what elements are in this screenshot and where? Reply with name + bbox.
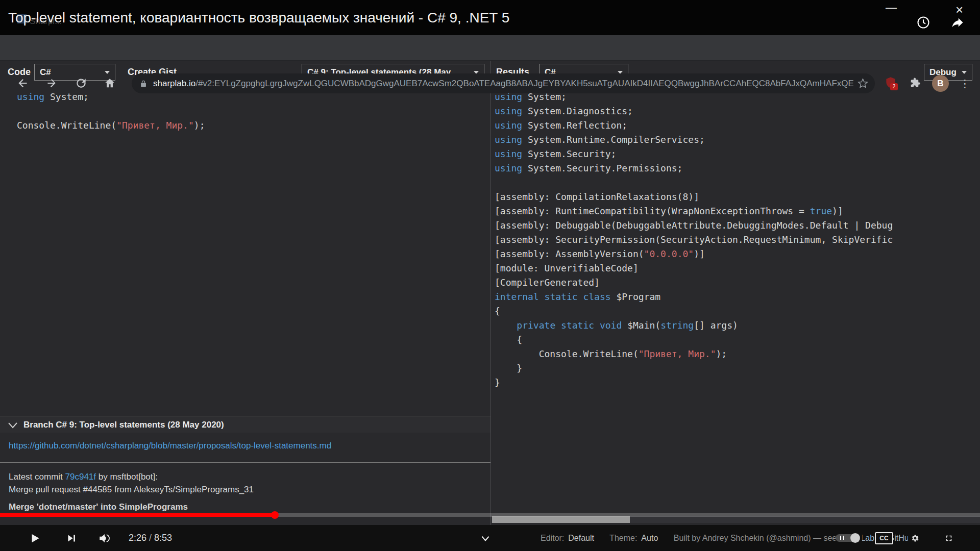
code-editor[interactable]: using System; Console.WriteLine("Привет,… bbox=[17, 90, 476, 133]
volume-icon[interactable] bbox=[98, 532, 111, 545]
editor-setting-label: Editor: bbox=[541, 534, 564, 542]
url-path: /#v2:EYLgZgpghgLgrgJwgZwLQGUCWBbADgGwgAU… bbox=[195, 79, 853, 88]
theme-setting-label: Theme: bbox=[609, 534, 637, 542]
share-icon[interactable] bbox=[950, 15, 965, 30]
url-text: sharplab.io/#v2:EYLgZgpghgLgrgJwgZwLQGUC… bbox=[153, 79, 853, 89]
window-close-button[interactable]: × bbox=[955, 3, 963, 16]
chevron-down-icon bbox=[105, 71, 110, 74]
progress-scrubber[interactable] bbox=[271, 511, 279, 519]
watch-later-icon[interactable] bbox=[916, 15, 930, 30]
play-button[interactable] bbox=[29, 532, 42, 545]
video-title-overlay: Sharpl... Top-level statement, ковариант… bbox=[0, 0, 980, 35]
commit-message: Merge pull request #44585 from AlekseyTs… bbox=[9, 483, 254, 496]
collapse-chevron-icon[interactable] bbox=[479, 532, 492, 545]
video-title: Top-level statement, ковариантность возв… bbox=[8, 0, 509, 35]
code-language-value: C# bbox=[40, 67, 51, 78]
player-controls-bar: 2:26 / 8:53 Editor:Default Theme:Auto Bu… bbox=[0, 525, 980, 551]
branch-details-title: Branch C# 9: Top-level statements (28 Ma… bbox=[23, 416, 224, 433]
reload-icon[interactable] bbox=[75, 77, 88, 90]
chevron-down-icon bbox=[8, 421, 18, 429]
home-icon[interactable] bbox=[103, 77, 116, 90]
browser-menu-icon[interactable]: ⋮ bbox=[960, 75, 970, 92]
browser-toolbar: sharplab.io/#v2:EYLgZgpghgLgrgJwgZwLQGUC… bbox=[0, 35, 980, 61]
lock-icon[interactable] bbox=[139, 79, 148, 88]
video-progress-bar[interactable] bbox=[0, 513, 980, 517]
extensions-puzzle-icon[interactable] bbox=[909, 77, 921, 89]
bookmark-star-icon[interactable] bbox=[857, 78, 868, 89]
pane-divider bbox=[491, 61, 491, 551]
proposal-link[interactable]: https://github.com/dotnet/csharplang/blo… bbox=[9, 441, 331, 451]
commit-prefix: Latest commit bbox=[9, 472, 65, 482]
profile-avatar[interactable]: B bbox=[932, 75, 949, 92]
credit-text: Built by Andrey Shchekin (@ashmind) — se… bbox=[674, 534, 839, 542]
time-separator: / bbox=[146, 533, 154, 543]
time-display: 2:26 / 8:53 bbox=[129, 525, 172, 551]
editor-setting-value[interactable]: Default bbox=[568, 534, 594, 542]
divider bbox=[0, 462, 491, 463]
subtitles-button[interactable]: CC bbox=[875, 532, 893, 544]
commit-hash-link[interactable]: 79c941f bbox=[65, 472, 96, 482]
latest-commit-block: Latest commit 79c941f by msftbot[bot]: M… bbox=[9, 470, 254, 496]
extension-badge: 2 bbox=[890, 83, 898, 90]
commit-suffix: by msftbot[bot]: bbox=[96, 472, 158, 482]
window-minimize-button[interactable]: — bbox=[886, 1, 897, 14]
theme-setting-value[interactable]: Auto bbox=[641, 534, 658, 542]
url-domain: sharplab.io bbox=[153, 79, 195, 88]
commit-line: Latest commit 79c941f by msftbot[bot]: bbox=[9, 470, 254, 483]
results-view: using System;using System.Diagnostics;us… bbox=[495, 90, 979, 390]
settings-gear-icon[interactable] bbox=[908, 531, 922, 545]
back-icon[interactable] bbox=[16, 77, 30, 90]
autoplay-toggle[interactable] bbox=[836, 534, 862, 542]
chevron-down-icon bbox=[962, 71, 967, 74]
progress-fill bbox=[0, 513, 275, 517]
time-total: 8:53 bbox=[154, 533, 172, 543]
horizontal-scrollbar[interactable] bbox=[491, 516, 980, 523]
scrollbar-thumb[interactable] bbox=[492, 516, 630, 523]
address-bar[interactable]: sharplab.io/#v2:EYLgZgpghgLgrgJwgZwLQGUC… bbox=[132, 73, 875, 93]
time-current: 2:26 bbox=[129, 533, 146, 543]
autoplay-knob bbox=[850, 533, 860, 543]
next-button[interactable] bbox=[65, 532, 79, 545]
fullscreen-icon[interactable] bbox=[942, 531, 956, 545]
forward-icon[interactable] bbox=[45, 77, 58, 90]
pause-icon bbox=[840, 536, 844, 540]
branch-details-header[interactable]: Branch C# 9: Top-level statements (28 Ma… bbox=[0, 416, 491, 433]
commit-message-secondary: Merge 'dotnet/master' into SimpleProgram… bbox=[9, 502, 188, 512]
screen: sharplab.io/#v2:EYLgZgpghgLgrgJwgZwLQGUC… bbox=[0, 0, 980, 551]
